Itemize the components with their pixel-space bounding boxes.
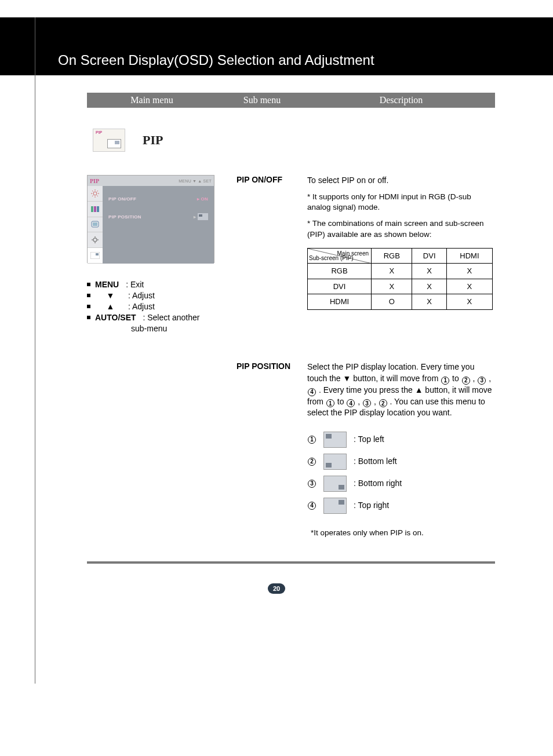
down-arrow-icon: ▼ bbox=[343, 374, 351, 383]
control-menu: MENU : Exit bbox=[87, 279, 220, 290]
pip-icon: PIP bbox=[93, 129, 125, 152]
main-columns: PIP MENU ▼ ▲ SET bbox=[87, 175, 495, 334]
header-band: On Screen Display(OSD) Selection and Adj… bbox=[0, 17, 553, 75]
table-cell: X bbox=[446, 294, 492, 310]
col-description: Description bbox=[314, 95, 488, 105]
position-option-1: 1 : Top left bbox=[307, 432, 495, 448]
table-cell: X bbox=[372, 264, 412, 279]
num-1-icon: 1 bbox=[441, 377, 449, 385]
svg-line-5 bbox=[92, 191, 93, 192]
control-menu-desc: : Exit bbox=[126, 279, 144, 290]
right-block-onoff: PIP ON/OFF To select PIP on or off. * It… bbox=[237, 175, 495, 310]
svg-line-8 bbox=[97, 191, 99, 192]
svg-line-6 bbox=[97, 195, 99, 196]
position-footnote: *It operates only when PIP is on. bbox=[311, 528, 495, 539]
osd-tab-brightness-icon bbox=[88, 186, 103, 202]
osd-set-btn: SET bbox=[203, 179, 212, 183]
page-title: On Screen Display(OSD) Selection and Adj… bbox=[58, 52, 374, 68]
position-option-label: : Top right bbox=[354, 500, 389, 511]
col-sub-menu: Sub menu bbox=[210, 95, 314, 105]
table-col-header: HDMI bbox=[446, 248, 492, 264]
osd-menu-screenshot: PIP MENU ▼ ▲ SET bbox=[87, 175, 214, 263]
osd-left-tabs bbox=[88, 186, 103, 264]
pip-icon-label: PIP bbox=[96, 130, 102, 134]
num-4-icon: 4 bbox=[347, 399, 355, 407]
osd-tab-setup-icon bbox=[88, 232, 103, 248]
osd-right-panel: PIP ON/OFF ▸ ON PIP POSITION ▸ bbox=[103, 186, 214, 264]
svg-rect-20 bbox=[96, 253, 99, 255]
table-cell: X bbox=[412, 279, 446, 294]
control-autoset: AUTO/SET : Select another bbox=[87, 312, 220, 323]
table-row-header: HDMI bbox=[308, 294, 372, 310]
up-arrow-icon: ▲ bbox=[415, 385, 423, 395]
table-row-header: RGB bbox=[308, 264, 372, 279]
onoff-label: PIP ON/OFF bbox=[237, 175, 300, 310]
table-cell: X bbox=[412, 264, 446, 279]
table-cell: X bbox=[446, 264, 492, 279]
osd-topbar: PIP MENU ▼ ▲ SET bbox=[88, 176, 214, 186]
control-menu-label: MENU bbox=[95, 279, 119, 290]
osd-item-onoff: PIP ON/OFF ▸ ON bbox=[108, 196, 208, 202]
pip-heading-row: PIP PIP bbox=[93, 129, 495, 152]
position-desc-text: Select the PIP display location. Every t… bbox=[307, 361, 495, 418]
compatibility-table: Main screen Sub-screen (PIP) RGB DVI HDM… bbox=[307, 248, 493, 310]
osd-body: PIP ON/OFF ▸ ON PIP POSITION ▸ bbox=[88, 186, 214, 264]
onoff-description: To select PIP on or off. * It supports o… bbox=[307, 175, 495, 310]
content-area: Main menu Sub menu Description PIP PIP P… bbox=[0, 75, 553, 538]
pip-heading: PIP bbox=[143, 133, 163, 148]
position-bottom-right-icon bbox=[323, 476, 347, 492]
table-row: RGB X X X bbox=[308, 264, 493, 279]
control-down: ▼ : Adjust bbox=[87, 290, 220, 301]
onoff-desc-text: To select PIP on or off. bbox=[307, 175, 495, 186]
num-2-icon: 2 bbox=[379, 399, 387, 407]
position-option-2: 2 : Bottom left bbox=[307, 454, 495, 470]
position-label: PIP POSITION bbox=[237, 361, 300, 538]
num-3-icon: 3 bbox=[308, 480, 316, 488]
osd-position-icon bbox=[198, 213, 208, 220]
control-up: ▲ : Adjust bbox=[87, 301, 220, 312]
onoff-note-2: * The combinations of main screen and su… bbox=[307, 218, 495, 239]
position-option-3: 3 : Bottom right bbox=[307, 476, 495, 492]
osd-tab-image-icon bbox=[88, 202, 103, 217]
osd-menu-btn: MENU bbox=[179, 179, 191, 183]
position-top-right-icon bbox=[323, 498, 347, 514]
table-cell: X bbox=[446, 279, 492, 294]
table-col-header: DVI bbox=[412, 248, 446, 264]
position-description: Select the PIP display location. Every t… bbox=[307, 361, 495, 538]
table-sub-screen-label: Sub-screen (PIP) bbox=[309, 254, 354, 262]
svg-rect-9 bbox=[91, 206, 93, 212]
right-block-position: PIP POSITION Select the PIP display loca… bbox=[237, 361, 495, 538]
svg-rect-13 bbox=[93, 222, 97, 226]
closing-rule bbox=[87, 561, 495, 564]
column-header-bar: Main menu Sub menu Description bbox=[87, 93, 495, 108]
svg-point-0 bbox=[93, 192, 97, 195]
num-4-icon: 4 bbox=[308, 502, 316, 510]
osd-item-onoff-label: PIP ON/OFF bbox=[108, 196, 136, 202]
position-option-label: : Top left bbox=[354, 434, 384, 445]
control-autoset-desc: : Select another bbox=[143, 312, 199, 323]
control-autoset-cont: sub-menu bbox=[87, 323, 220, 334]
osd-tab-pip-icon bbox=[88, 248, 103, 264]
num-2-icon: 2 bbox=[462, 377, 470, 385]
table-row: Main screen Sub-screen (PIP) RGB DVI HDM… bbox=[308, 248, 493, 264]
svg-line-7 bbox=[92, 195, 93, 196]
svg-rect-10 bbox=[94, 206, 96, 212]
osd-down-icon: ▼ bbox=[192, 179, 197, 183]
table-cell: X bbox=[412, 294, 446, 310]
num-2-icon: 2 bbox=[308, 458, 316, 466]
position-option-4: 4 : Top right bbox=[307, 498, 495, 514]
page-number: 20 bbox=[268, 583, 285, 594]
control-down-desc: : Adjust bbox=[128, 290, 155, 301]
num-3-icon: 3 bbox=[478, 377, 486, 385]
num-4-icon: 4 bbox=[308, 388, 316, 396]
control-up-desc: : Adjust bbox=[128, 301, 155, 312]
svg-point-14 bbox=[93, 238, 97, 242]
position-bottom-left-icon bbox=[323, 454, 347, 470]
position-options-list: 1 : Top left 2 : Bottom left 3 : Bottom … bbox=[307, 432, 495, 514]
position-top-left-icon bbox=[323, 432, 347, 448]
pip-icon-inner bbox=[107, 139, 121, 148]
table-cell: O bbox=[372, 294, 412, 310]
page: On Screen Display(OSD) Selection and Adj… bbox=[0, 17, 553, 756]
osd-up-icon: ▲ bbox=[198, 179, 202, 183]
num-3-icon: 3 bbox=[363, 399, 371, 407]
